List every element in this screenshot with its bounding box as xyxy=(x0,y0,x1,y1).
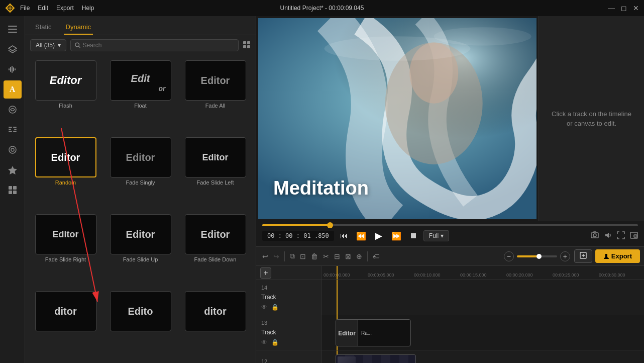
effect-flash-label: Flash xyxy=(59,103,72,109)
zoom-handle[interactable] xyxy=(536,254,542,259)
sidebar-item-transitions[interactable] xyxy=(4,121,22,139)
crop-button[interactable]: ⊠ xyxy=(343,251,353,261)
sidebar-item-favorites[interactable] xyxy=(4,161,22,179)
track-13-lock-icon[interactable]: 🔒 xyxy=(271,339,279,346)
svg-rect-10 xyxy=(13,67,14,71)
play-pause-button[interactable]: ▶ xyxy=(372,229,385,242)
step-back-button[interactable]: ⏪ xyxy=(354,230,368,242)
zoom-fill xyxy=(517,255,539,257)
effect-row4-3[interactable]: ditor xyxy=(180,291,251,358)
more-button[interactable]: ⊕ xyxy=(354,251,364,261)
track-14-lock-icon[interactable]: 🔒 xyxy=(271,304,279,311)
sidebar-item-templates[interactable] xyxy=(4,181,22,199)
add-track-button[interactable]: + xyxy=(260,267,271,279)
paste-button[interactable]: ⊡ xyxy=(298,251,308,261)
grid-view-icon[interactable] xyxy=(243,41,251,50)
step-forward-button[interactable]: ⏩ xyxy=(389,230,403,242)
zoom-slider[interactable] xyxy=(517,255,557,257)
clip-label: Ra... xyxy=(361,330,372,336)
progress-handle[interactable] xyxy=(327,222,333,228)
close-button[interactable]: ✕ xyxy=(633,4,639,12)
zoom-out-button[interactable]: − xyxy=(504,251,514,261)
effect-fadeall-label: Fade All xyxy=(205,103,226,109)
sidebar-item-audio[interactable] xyxy=(4,60,22,78)
svg-point-26 xyxy=(75,43,79,47)
category-dropdown[interactable]: All (35) ▾ xyxy=(30,39,66,51)
svg-line-27 xyxy=(79,46,80,48)
track-row-12[interactable] xyxy=(321,350,644,363)
effect-random[interactable]: Editor Random xyxy=(30,137,101,210)
svg-rect-3 xyxy=(8,26,17,27)
text-clip-13[interactable]: Editor Ra... xyxy=(336,319,411,346)
export-button[interactable]: Export xyxy=(595,249,640,263)
preview-text-overlay: Meditation xyxy=(273,177,369,199)
effect-fadeall[interactable]: Editor Fade All xyxy=(180,60,251,133)
sidebar-item-effects[interactable] xyxy=(4,101,22,119)
undo-button[interactable]: ↩ xyxy=(260,251,270,261)
svg-rect-45 xyxy=(604,258,609,259)
sidebar-item-color[interactable] xyxy=(4,141,22,159)
svg-point-37 xyxy=(434,27,531,45)
video-clip-12[interactable] xyxy=(336,354,416,363)
tab-static[interactable]: Static xyxy=(33,20,54,35)
menu-export[interactable]: Export xyxy=(56,5,74,12)
effect-fadeslideup[interactable]: Editor Fade Slide Up xyxy=(105,214,176,287)
sidebar-item-menu[interactable] xyxy=(4,20,22,38)
delete-button[interactable]: 🗑 xyxy=(309,251,320,261)
maximize-button[interactable]: ◻ xyxy=(621,4,627,12)
progress-bar[interactable] xyxy=(262,224,638,226)
panel-toolbar: All (35) ▾ xyxy=(25,35,256,55)
main-area: A Static Dynamic All (35) ▾ xyxy=(0,16,644,363)
effect-flash[interactable]: Editor Flash xyxy=(30,60,101,133)
panel-tabs: Static Dynamic xyxy=(25,16,256,35)
preview-toolbar-right xyxy=(591,231,638,241)
svg-rect-24 xyxy=(9,191,12,194)
search-input[interactable] xyxy=(82,42,234,49)
sidebar-item-text[interactable]: A xyxy=(4,80,22,99)
export-settings-button[interactable] xyxy=(574,249,592,263)
marker-button[interactable]: 🏷 xyxy=(371,251,382,261)
minimize-button[interactable]: — xyxy=(608,4,615,12)
redo-button[interactable]: ↪ xyxy=(271,251,281,261)
menu-edit[interactable]: Edit xyxy=(38,5,48,12)
screenshot-icon[interactable] xyxy=(591,231,599,241)
preview-hint: Click a track on the timeline or canvas … xyxy=(539,16,644,221)
copy-button[interactable]: ⧉ xyxy=(288,251,297,261)
track-row-13[interactable]: Editor Ra... xyxy=(321,315,644,350)
track-13-name: Track xyxy=(261,329,316,336)
resolution-select[interactable]: Full ▾ xyxy=(423,230,449,241)
effect-fadeslideleft[interactable]: Editor Fade Slide Left xyxy=(180,137,251,210)
effect-float[interactable]: Edit or Float xyxy=(105,60,176,133)
skip-back-button[interactable]: ⏮ xyxy=(338,230,350,241)
effect-row4-2[interactable]: Edito xyxy=(105,291,176,358)
svg-rect-30 xyxy=(243,45,246,48)
menu-file[interactable]: File xyxy=(20,5,30,12)
track-14-visibility-icon[interactable]: 👁 xyxy=(261,304,267,311)
track-13-visibility-icon[interactable]: 👁 xyxy=(261,339,267,346)
sidebar-item-layers[interactable] xyxy=(4,40,22,58)
ruler-mark-5: 00:00:25.000 xyxy=(553,273,579,278)
cut-button[interactable]: ✂ xyxy=(321,251,331,261)
ruler-mark-6: 00:00:30.000 xyxy=(599,273,625,278)
effect-fadeslidedown[interactable]: Editor Fade Slide Down xyxy=(180,214,251,287)
fullscreen-icon[interactable] xyxy=(617,231,625,241)
tab-dynamic[interactable]: Dynamic xyxy=(64,20,93,35)
effect-fadesingly[interactable]: Editor Fade Singly xyxy=(105,137,176,210)
stop-button[interactable]: ⏹ xyxy=(407,230,419,241)
effect-fadeslideright[interactable]: Editor Fade Slide Right xyxy=(30,214,101,287)
track-row-14[interactable] xyxy=(321,280,644,315)
audio-icon[interactable] xyxy=(604,231,612,241)
playhead-line xyxy=(337,266,338,280)
zoom-in-button[interactable]: + xyxy=(560,251,570,261)
pip-icon[interactable] xyxy=(630,231,638,241)
effect-row4-1[interactable]: ditor xyxy=(30,291,101,358)
timeline-ruler: 00:00:00.000 00:00:05.000 00:00:10.000 0… xyxy=(321,266,644,280)
menu-help[interactable]: Help xyxy=(82,5,94,12)
window-controls: — ◻ ✕ xyxy=(608,4,639,12)
effect-fadeslideup-label: Fade Slide Up xyxy=(123,256,158,262)
svg-rect-17 xyxy=(14,129,17,130)
track-label-14: 14 Track 👁 🔒 xyxy=(256,280,321,315)
split-button[interactable]: ⊟ xyxy=(332,251,342,261)
window-title: Untitled Project* - 00:00:09.045 xyxy=(280,5,364,12)
preview-canvas[interactable]: Meditation xyxy=(258,18,536,219)
